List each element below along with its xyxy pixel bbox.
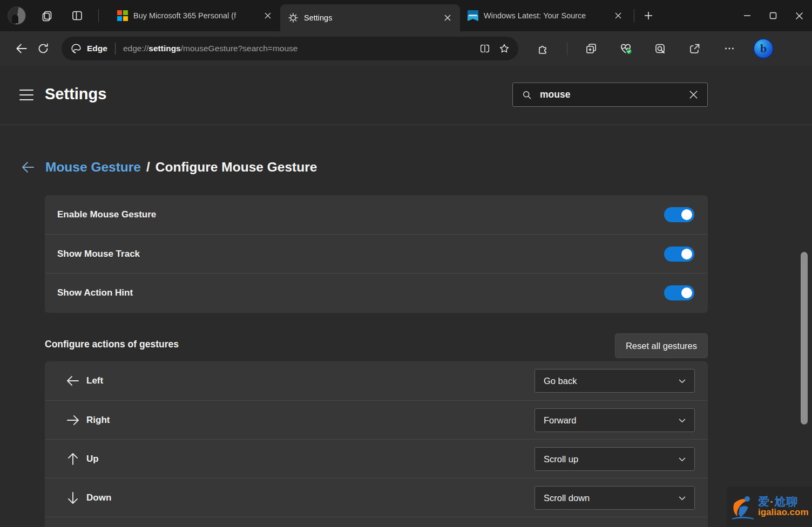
- breadcrumb: Mouse Gesture/Configure Mouse Gesture: [19, 159, 317, 176]
- star-icon: [498, 43, 510, 54]
- address-bar[interactable]: Edge edge://settings/mouseGesture?search…: [62, 37, 518, 60]
- tab-buy-microsoft-365[interactable]: Buy Microsoft 365 Personal (f: [110, 0, 280, 31]
- browser-window: Buy Microsoft 365 Personal (f: [0, 0, 812, 527]
- arrow-left-icon: [65, 373, 81, 389]
- extensions-button[interactable]: [532, 38, 554, 59]
- workspaces-icon: [40, 9, 53, 22]
- copilot-bing-button[interactable]: b: [753, 38, 774, 59]
- refresh-icon: [37, 42, 50, 55]
- gesture-direction-label: Up: [86, 454, 99, 464]
- settings-content: Mouse Gesture/Configure Mouse Gesture En…: [0, 125, 812, 526]
- web-capture-button[interactable]: [649, 38, 671, 59]
- dropdown-value: Forward: [544, 415, 678, 426]
- vertical-scrollbar[interactable]: [801, 252, 808, 425]
- split-screen-button[interactable]: [475, 39, 495, 58]
- puzzle-icon: [537, 42, 550, 55]
- enable-mouse-gesture-toggle[interactable]: [664, 207, 694, 222]
- bing-logo-icon: b: [760, 42, 767, 56]
- toolbar-icons: b: [532, 38, 774, 59]
- maximize-icon: [769, 12, 777, 19]
- chevron-down-icon: [678, 494, 687, 503]
- breadcrumb-text: Mouse Gesture/Configure Mouse Gesture: [45, 160, 317, 175]
- favorites-button[interactable]: [495, 39, 514, 58]
- site-brand-label: Edge: [87, 44, 107, 53]
- new-tab-button[interactable]: [639, 6, 658, 25]
- collections-button[interactable]: [580, 38, 602, 59]
- section-heading: Configure actions of gestures: [45, 339, 179, 350]
- settings-header: Settings: [0, 66, 812, 125]
- back-button[interactable]: [11, 38, 32, 59]
- close-icon: [795, 12, 803, 20]
- gesture-row-right: Right Forward: [45, 400, 708, 439]
- tab-actions-button[interactable]: [68, 6, 86, 25]
- omnibox-separator: [115, 43, 116, 54]
- setting-row-show-mouse-track: Show Mouse Track: [45, 234, 708, 273]
- collections-icon: [585, 42, 598, 55]
- gesture-direction-label: Left: [86, 375, 103, 386]
- page-title: Settings: [45, 85, 106, 103]
- tab-title: Windows Latest: Your Source: [484, 11, 606, 20]
- tab-close-button[interactable]: [261, 9, 275, 23]
- split-screen-icon: [479, 43, 491, 54]
- breadcrumb-back-button[interactable]: [19, 159, 37, 176]
- gesture-direction-label: Right: [86, 415, 110, 426]
- refresh-button[interactable]: [32, 38, 54, 59]
- tab-settings[interactable]: Settings: [280, 4, 460, 31]
- gesture-action-dropdown-right[interactable]: Forward: [534, 408, 695, 432]
- gesture-actions-card: Left Go back Right Forward: [45, 361, 708, 527]
- tab-title: Settings: [304, 13, 435, 22]
- profile-avatar[interactable]: [8, 6, 26, 25]
- setting-row-enable-mouse-gesture: Enable Mouse Gesture: [45, 195, 708, 234]
- share-icon: [688, 42, 701, 55]
- arrow-up-icon: [65, 451, 81, 467]
- chevron-down-icon: [678, 455, 687, 464]
- breadcrumb-parent-link[interactable]: Mouse Gesture: [45, 160, 141, 174]
- search-input[interactable]: [540, 89, 686, 100]
- watermark-cn-text: 爱·尬聊: [758, 496, 809, 508]
- gesture-action-dropdown-down[interactable]: Scroll down: [534, 486, 695, 510]
- tab-windows-latest[interactable]: Windows Latest: Your Source: [460, 0, 631, 31]
- mouse-gesture-toggles-card: Enable Mouse Gesture Show Mouse Track Sh…: [45, 195, 708, 313]
- setting-row-show-action-hint: Show Action Hint: [45, 273, 708, 312]
- tab-close-button[interactable]: [441, 11, 455, 25]
- settings-search-box[interactable]: [512, 83, 708, 107]
- toggle-knob: [681, 209, 692, 220]
- windows-latest-favicon: [468, 10, 478, 21]
- watermark-site-text: igaliao.com: [758, 508, 809, 517]
- workspaces-button[interactable]: [38, 6, 56, 25]
- clear-search-button[interactable]: [686, 87, 701, 102]
- url-section: settings: [148, 44, 180, 53]
- tab-strip: Buy Microsoft 365 Personal (f: [110, 0, 631, 31]
- tabbar-separator: [634, 9, 634, 22]
- browser-toolbar: Edge edge://settings/mouseGesture?search…: [0, 31, 812, 66]
- gesture-row-left: Left Go back: [45, 361, 708, 400]
- tab-close-button[interactable]: [611, 9, 625, 23]
- gesture-action-dropdown-up[interactable]: Scroll up: [534, 447, 695, 471]
- search-icon: [522, 90, 532, 100]
- setting-label: Enable Mouse Gesture: [57, 209, 156, 220]
- gesture-row-partial: [45, 517, 708, 527]
- chevron-down-icon: [678, 416, 687, 425]
- share-button[interactable]: [684, 38, 706, 59]
- web-capture-icon: [654, 42, 667, 55]
- chevron-down-icon: [678, 377, 687, 386]
- gesture-section-header: Configure actions of gestures Reset all …: [45, 333, 708, 358]
- reset-all-gestures-button[interactable]: Reset all gestures: [615, 333, 708, 358]
- minimize-button[interactable]: [734, 0, 760, 31]
- gesture-action-dropdown-left[interactable]: Go back: [534, 369, 695, 393]
- plus-icon: [643, 10, 654, 21]
- tab-bar: Buy Microsoft 365 Personal (f: [0, 0, 812, 31]
- ellipsis-icon: [723, 43, 735, 54]
- breadcrumb-current: Configure Mouse Gesture: [155, 160, 317, 174]
- close-window-button[interactable]: [786, 0, 812, 31]
- dropdown-value: Scroll down: [544, 493, 678, 503]
- menu-button[interactable]: [19, 90, 33, 100]
- hamburger-icon: [19, 90, 33, 91]
- maximize-button[interactable]: [760, 0, 786, 31]
- url-prefix: edge://: [123, 44, 148, 53]
- minimize-icon: [743, 12, 751, 19]
- browser-essentials-button[interactable]: [615, 38, 637, 59]
- show-action-hint-toggle[interactable]: [664, 285, 694, 300]
- show-mouse-track-toggle[interactable]: [664, 247, 694, 262]
- more-menu-button[interactable]: [719, 38, 740, 59]
